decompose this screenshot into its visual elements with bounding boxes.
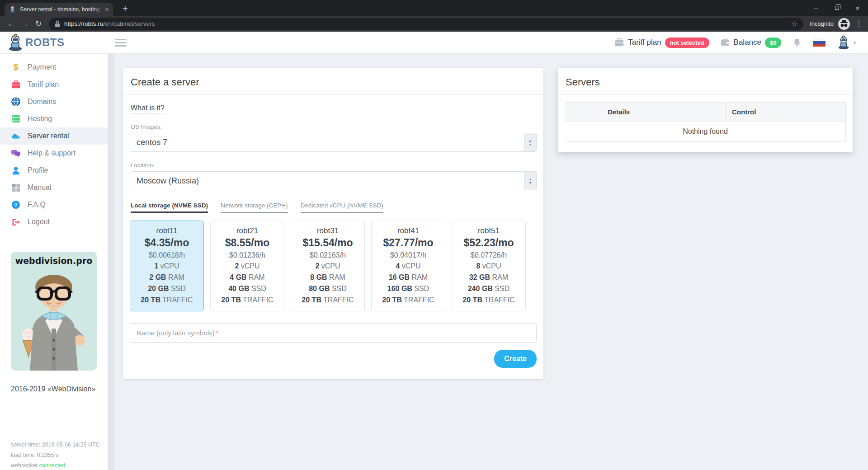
sidebar-item-faq[interactable]: ? F.A.Q (0, 196, 108, 213)
incognito-label: Incognito (810, 20, 834, 27)
server-stack-icon (11, 114, 21, 123)
window-minimize-button[interactable]: – (806, 0, 826, 16)
tariff-plan-status[interactable]: Tariff plan not selected (614, 38, 709, 48)
new-tab-button[interactable]: + (119, 2, 132, 15)
chat-bubbles-icon (11, 149, 21, 158)
svg-text:?: ? (14, 202, 17, 208)
main-content: Create a server What is it? OS Images: c… (114, 54, 868, 470)
user-menu[interactable]: ▾ (836, 35, 856, 50)
page-title: Create a server (130, 75, 537, 88)
sidebar-item-label: Profile (28, 166, 48, 174)
grid-icon (11, 183, 21, 192)
os-image-value: centos 7 (137, 138, 167, 147)
copyright: 2016-2019 «WebDivision» (11, 385, 95, 393)
divider (558, 94, 853, 95)
sidebar-item-logout[interactable]: Logout (0, 213, 108, 230)
language-flag-russia[interactable] (813, 38, 826, 47)
location-value: Moscow (Russia) (137, 176, 199, 186)
location-select[interactable]: Moscow (Russia) ▲▼ (130, 171, 537, 190)
required-asterisk: * (216, 329, 218, 337)
url-bar[interactable]: https://robts.ru/en/cabinet/servers ☆ (49, 18, 803, 30)
menu-toggle-button[interactable] (113, 35, 128, 50)
servers-col-control: Control (726, 103, 845, 121)
copyright-years: 2016-2019 (11, 385, 47, 393)
create-server-panel: Create a server What is it? OS Images: c… (123, 68, 543, 379)
avatar-robot-icon (836, 35, 851, 50)
websocket-label: websocket (11, 462, 39, 469)
bookmark-star-icon[interactable]: ☆ (791, 19, 797, 28)
logo[interactable]: ROBTS (0, 33, 108, 52)
question-circle-icon: ? (11, 200, 21, 209)
window-restore-button[interactable] (826, 0, 847, 16)
servers-col-empty (565, 103, 601, 121)
server-name-input[interactable]: Name (only latin symbols) * (130, 323, 537, 343)
forward-button[interactable]: → (18, 17, 32, 31)
websocket-value: connected (39, 462, 66, 469)
webdivision-link[interactable]: «WebDivision» (47, 385, 95, 393)
reload-button[interactable]: ↻ (32, 17, 45, 31)
browser-menu-icon[interactable]: ⋮ (854, 19, 863, 28)
tariff-plan-badge: not selected (665, 38, 709, 48)
robot-logo-icon (6, 33, 24, 52)
what-is-it-link[interactable]: What is it? (131, 104, 165, 113)
lock-icon (55, 20, 60, 28)
tab-dedicated-vcpu[interactable]: Dedicated vCPU (NVME SSD) (301, 202, 383, 213)
browser-toolbar: ← → ↻ https://robts.ru/en/cabinet/server… (0, 16, 868, 32)
os-images-label: OS Images: (131, 123, 536, 130)
briefcase-icon (614, 38, 624, 47)
incognito-icon (838, 18, 850, 30)
servers-empty-row: Nothing found (565, 121, 845, 141)
dollar-icon: $ (11, 63, 21, 72)
window-close-button[interactable]: × (847, 0, 868, 16)
sidebar-item-hosting[interactable]: Hosting (0, 110, 108, 127)
balance-status[interactable]: Balance $0 (720, 38, 782, 48)
sidebar-item-label: Payment (28, 63, 56, 71)
tab-close-icon[interactable]: × (105, 5, 109, 13)
plan-card-robt11[interactable]: robt11 $4.35/mo $0.00618/h 1 vCPU 2 GB R… (130, 221, 204, 311)
plan-card-robt21[interactable]: robt21 $8.55/mo $0.01236/h 2 vCPU 4 GB R… (210, 221, 284, 311)
sidebar-item-tariff-plan[interactable]: Tariff plan (0, 76, 108, 93)
url-path: /en/cabinet/servers (103, 20, 155, 27)
tariff-plan-label: Tariff plan (628, 38, 661, 47)
sidebar-item-label: Hosting (28, 115, 52, 123)
tab-network-storage[interactable]: Network storage (CEPH) (221, 202, 288, 213)
sidebar-scrollbar[interactable] (108, 54, 114, 470)
sidebar-item-help-support[interactable]: Help & support (0, 145, 108, 162)
url-host: https://robts.ru (64, 20, 103, 27)
load-time: load time: 0.2355 s (11, 452, 100, 458)
sidebar-item-domains[interactable]: Domains (0, 93, 108, 110)
restore-icon (835, 6, 839, 10)
sidebar-item-server-rental[interactable]: Server rental (0, 127, 108, 145)
websocket-status: websocket connected (11, 462, 100, 469)
system-info: server time: 2019-05-06 14:25 UTC load t… (11, 442, 100, 470)
ad-banner[interactable]: webdivision.pro (11, 252, 97, 371)
plan-card-robt41[interactable]: robt41 $27.77/mo $0.04017/h 4 vCPU 16 GB… (371, 221, 445, 311)
notifications-bell-icon[interactable] (792, 38, 802, 47)
back-button[interactable]: ← (5, 17, 18, 31)
briefcase-icon (11, 80, 21, 89)
select-stepper-icon: ▲▼ (524, 133, 536, 151)
sidebar-item-manual[interactable]: Manual (0, 179, 108, 196)
ad-boy-illustration (11, 252, 97, 371)
servers-col-details: Details (601, 103, 726, 121)
sidebar-item-label: Tariff plan (28, 80, 59, 89)
browser-tab-strip: Server rental - domains, hosting a × + –… (0, 0, 868, 16)
sidebar-item-payment[interactable]: $ Payment (0, 59, 108, 76)
site-favicon-icon (9, 5, 16, 13)
os-image-select[interactable]: centos 7 ▲▼ (130, 133, 537, 152)
globe-icon (11, 97, 21, 106)
plan-cards: robt11 $4.35/mo $0.00618/h 1 vCPU 2 GB R… (130, 221, 537, 311)
sidebar-item-profile[interactable]: Profile (0, 162, 108, 179)
create-button[interactable]: Create (494, 350, 537, 368)
storage-type-tabs: Local storage (NVME SSD) Network storage… (130, 202, 537, 213)
chevron-down-icon: ▾ (853, 39, 856, 46)
tab-local-storage[interactable]: Local storage (NVME SSD) (131, 202, 208, 213)
sidebar-item-label: Manual (28, 183, 51, 192)
browser-tab[interactable]: Server rental - domains, hosting a × (5, 3, 113, 16)
sidebar-item-label: F.A.Q (28, 201, 46, 209)
balance-label: Balance (734, 38, 761, 47)
sidebar-item-label: Server rental (28, 132, 69, 140)
plan-card-robt51[interactable]: robt51 $52.23/mo $0.07726/h 8 vCPU 32 GB… (452, 221, 526, 311)
server-name-placeholder: Name (only latin symbols) (137, 329, 215, 337)
plan-card-robt31[interactable]: robt31 $15.54/mo $0.02163/h 2 vCPU 8 GB … (291, 221, 365, 311)
